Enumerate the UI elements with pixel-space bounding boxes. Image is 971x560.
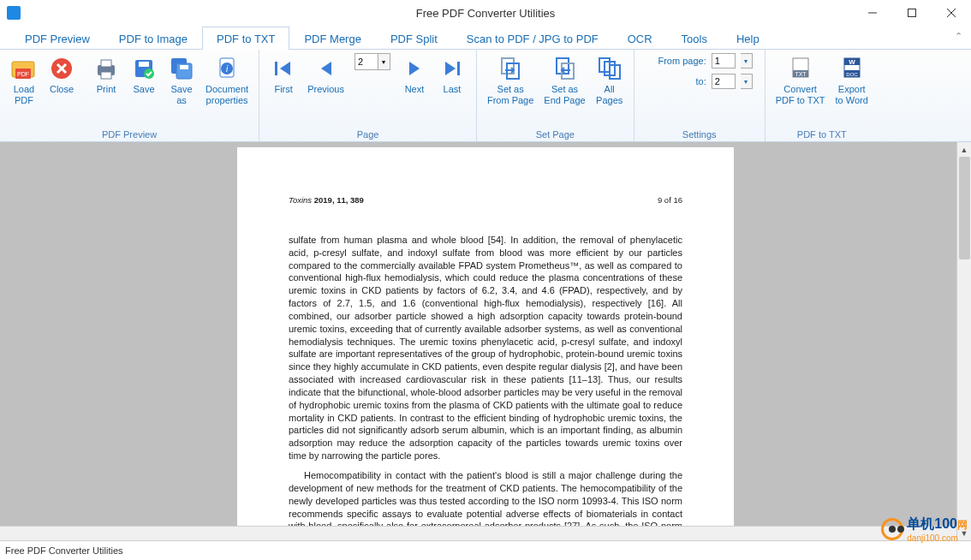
group-label-settings: Settings bbox=[682, 129, 717, 140]
export-label: Export to Word bbox=[836, 84, 868, 106]
previous-label: Previous bbox=[307, 84, 344, 95]
pdf-viewer-area: Toxins 2019, 11, 389 9 of 16 sulfate fro… bbox=[0, 142, 971, 541]
current-page-input-wrap: ▾ bbox=[354, 53, 390, 70]
window-title: Free PDF Converter Utilities bbox=[416, 7, 556, 20]
ribbon-group-page: First Previous ▾ Next bbox=[259, 50, 477, 141]
from-page-label: Set as From Page bbox=[487, 84, 533, 106]
svg-rect-14 bbox=[139, 62, 149, 67]
pdf-page: Toxins 2019, 11, 389 9 of 16 sulfate fro… bbox=[237, 147, 734, 540]
save-icon bbox=[130, 55, 158, 82]
info-icon: i bbox=[213, 55, 241, 82]
svg-text:PDF: PDF bbox=[17, 71, 29, 77]
convert-label: Convert PDF to TXT bbox=[776, 84, 825, 106]
next-icon bbox=[401, 55, 428, 82]
ribbon-group-pdf-to-txt: TXT Convert PDF to TXT WDOC Export to Wo… bbox=[765, 50, 879, 141]
tab-help[interactable]: Help bbox=[722, 27, 774, 50]
to-page-dropdown[interactable]: ▾ bbox=[741, 74, 753, 89]
group-label-setpage: Set Page bbox=[536, 129, 575, 140]
svg-rect-12 bbox=[101, 72, 111, 79]
status-text: Free PDF Converter Utilities bbox=[5, 545, 123, 556]
window-titlebar: Free PDF Converter Utilities bbox=[0, 0, 971, 26]
close-window-button[interactable] bbox=[932, 0, 971, 26]
watermark-text-2: 网 bbox=[957, 519, 968, 531]
scroll-up-arrow[interactable]: ▲ bbox=[957, 142, 971, 157]
to-page-setting-label: to: bbox=[646, 76, 706, 86]
print-button[interactable]: Print bbox=[87, 53, 125, 97]
app-icon bbox=[7, 6, 21, 20]
watermark-text-1: 单机100 bbox=[907, 516, 957, 531]
ribbon-toolbar: PDF Load PDF Close Print bbox=[0, 50, 971, 142]
tab-ocr[interactable]: OCR bbox=[613, 27, 667, 50]
first-icon bbox=[270, 55, 297, 82]
previous-page-button[interactable]: Previous bbox=[302, 53, 349, 97]
to-page-setting-input[interactable] bbox=[712, 74, 736, 89]
save-as-button[interactable]: Save as bbox=[163, 53, 200, 108]
svg-marker-25 bbox=[409, 62, 420, 75]
all-pages-button[interactable]: All Pages bbox=[591, 53, 628, 108]
save-button[interactable]: Save bbox=[125, 53, 163, 97]
save-as-label: Save as bbox=[170, 84, 192, 106]
tab-tools[interactable]: Tools bbox=[667, 27, 722, 50]
last-page-button[interactable]: Last bbox=[433, 53, 471, 97]
tab-pdf-split[interactable]: PDF Split bbox=[376, 27, 452, 50]
status-bar: Free PDF Converter Utilities bbox=[0, 541, 971, 560]
save-as-icon bbox=[168, 55, 195, 82]
vertical-scrollbar[interactable]: ▲ ▼ bbox=[956, 142, 971, 540]
close-button[interactable]: Close bbox=[43, 53, 80, 97]
svg-rect-22 bbox=[275, 62, 277, 75]
ribbon-collapse-chevron[interactable]: ⌃ bbox=[955, 31, 962, 42]
folder-pdf-icon: PDF bbox=[10, 55, 38, 82]
save-label: Save bbox=[133, 84, 154, 95]
scrollbar-thumb[interactable] bbox=[959, 157, 970, 259]
main-tabs: PDF Preview PDF to Image PDF to TXT PDF … bbox=[0, 26, 971, 50]
page-number: 9 of 16 bbox=[658, 195, 682, 206]
set-end-page-button[interactable]: Set as End Page bbox=[539, 53, 590, 108]
group-label-preview: PDF Preview bbox=[102, 129, 157, 140]
svg-text:TXT: TXT bbox=[795, 71, 807, 77]
convert-pdf-to-txt-button[interactable]: TXT Convert PDF to TXT bbox=[771, 53, 831, 108]
horizontal-scrollbar[interactable] bbox=[0, 526, 956, 540]
load-pdf-button[interactable]: PDF Load PDF bbox=[5, 53, 43, 108]
first-page-button[interactable]: First bbox=[265, 53, 302, 97]
window-controls bbox=[853, 0, 971, 26]
last-icon bbox=[438, 55, 466, 82]
last-label: Last bbox=[444, 84, 462, 95]
current-page-input[interactable] bbox=[354, 53, 378, 70]
svg-rect-1 bbox=[908, 9, 916, 17]
watermark-icon bbox=[881, 518, 903, 540]
ribbon-group-pdf-preview: PDF Load PDF Close Print bbox=[0, 50, 259, 141]
from-page-setting-input[interactable] bbox=[712, 53, 736, 69]
group-label-pdftotxt: PDF to TXT bbox=[797, 129, 847, 140]
from-page-dropdown[interactable]: ▾ bbox=[741, 53, 753, 69]
document-properties-button[interactable]: i Document properties bbox=[200, 53, 253, 108]
next-page-button[interactable]: Next bbox=[396, 53, 433, 97]
page-header: Toxins 2019, 11, 389 9 of 16 bbox=[289, 195, 682, 206]
watermark-logo: 单机100网 danji100.com bbox=[881, 515, 968, 543]
export-to-word-button[interactable]: WDOC Export to Word bbox=[831, 53, 873, 108]
next-label: Next bbox=[405, 84, 425, 95]
tab-pdf-merge[interactable]: PDF Merge bbox=[289, 27, 375, 50]
tab-pdf-to-txt[interactable]: PDF to TXT bbox=[202, 27, 289, 50]
tab-scan-to-pdf[interactable]: Scan to PDF / JPG to PDF bbox=[452, 27, 613, 50]
close-icon bbox=[48, 55, 75, 82]
set-from-page-button[interactable]: Set as From Page bbox=[482, 53, 539, 108]
ribbon-group-settings: From page: ▾ to: ▾ Settings bbox=[634, 50, 765, 141]
maximize-button[interactable] bbox=[892, 0, 932, 26]
svg-rect-11 bbox=[101, 60, 111, 67]
first-label: First bbox=[274, 84, 292, 95]
txt-file-icon: TXT bbox=[787, 55, 814, 82]
paragraph-1: sulfate from human plasma and whole bloo… bbox=[289, 234, 682, 462]
minimize-button[interactable] bbox=[853, 0, 892, 26]
svg-rect-27 bbox=[457, 62, 460, 75]
tab-pdf-to-image[interactable]: PDF to Image bbox=[104, 27, 202, 50]
journal-info: Toxins 2019, 11, 389 bbox=[289, 195, 364, 206]
from-page-icon bbox=[497, 55, 524, 82]
print-label: Print bbox=[97, 84, 116, 95]
tab-pdf-preview[interactable]: PDF Preview bbox=[10, 27, 104, 50]
page-dropdown-button[interactable]: ▾ bbox=[378, 53, 390, 70]
svg-marker-23 bbox=[280, 62, 290, 75]
end-page-label: Set as End Page bbox=[544, 84, 585, 106]
watermark-url: danji100.com bbox=[907, 533, 968, 543]
printer-icon bbox=[92, 55, 120, 82]
end-page-icon bbox=[551, 55, 579, 82]
